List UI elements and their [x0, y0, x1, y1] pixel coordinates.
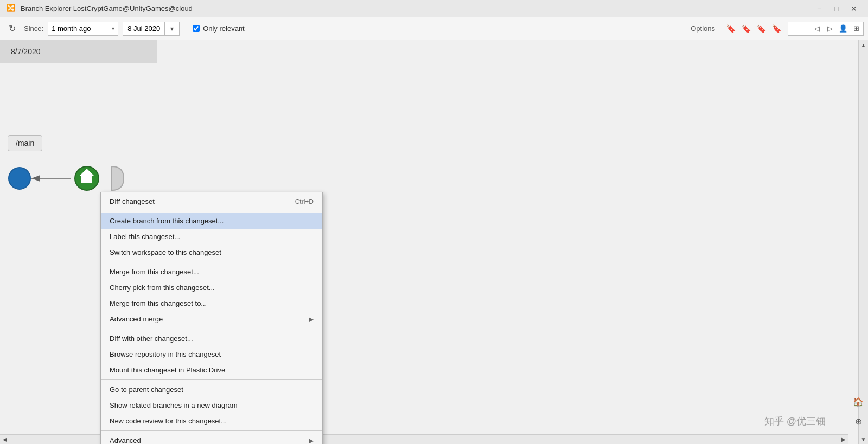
- app-icon: 🔀: [7, 4, 16, 14]
- only-relevant-area: Only relevant: [193, 24, 245, 33]
- menu-item-show-related[interactable]: Show related branches in a new diagram: [101, 397, 322, 413]
- search-next-icon[interactable]: ▷: [824, 23, 836, 35]
- since-label: Since:: [24, 24, 43, 33]
- search-grid-icon[interactable]: ⊞: [850, 23, 862, 35]
- svg-point-4: [75, 166, 99, 190]
- date-section-label: 8/7/2020: [0, 40, 157, 63]
- context-menu: Diff changeset Ctrl+D Create branch from…: [100, 192, 323, 444]
- menu-item-merge-to-label: Merge from this changeset to...: [110, 299, 314, 307]
- bookmark-icon-3[interactable]: 🔖: [754, 22, 768, 36]
- menu-item-browse-repo-label: Browse repository in this changeset: [110, 350, 314, 358]
- menu-item-diff-changeset[interactable]: Diff changeset Ctrl+D: [101, 194, 322, 209]
- title-bar-left: 🔀 Branch Explorer LostCryptGame@UnityGam…: [7, 4, 193, 14]
- menu-item-diff-shortcut: Ctrl+D: [295, 198, 314, 205]
- since-dropdown-arrow: ▾: [112, 25, 114, 31]
- content-area: 8/7/2020 /main: [0, 40, 858, 444]
- menu-item-code-review-label: New code review for this changeset...: [110, 417, 314, 425]
- menu-item-advanced-merge-label: Advanced merge: [110, 315, 309, 323]
- separator-5: [101, 430, 322, 431]
- menu-item-advanced[interactable]: Advanced ▶: [101, 433, 322, 444]
- only-relevant-checkbox[interactable]: [193, 25, 200, 32]
- separator-4: [101, 379, 322, 380]
- search-nav-icons: ◁ ▷ 👤 ⊞: [811, 23, 863, 35]
- date-value: 8 Jul 2020: [123, 22, 165, 35]
- bookmark-icon-1[interactable]: 🔖: [724, 22, 738, 36]
- menu-item-cherry-pick-label: Cherry pick from this changeset...: [110, 284, 314, 292]
- menu-item-advanced-merge-arrow: ▶: [309, 316, 314, 323]
- title-bar: 🔀 Branch Explorer LostCryptGame@UnityGam…: [0, 0, 868, 17]
- close-button[interactable]: ✕: [846, 3, 861, 15]
- menu-item-advanced-merge[interactable]: Advanced merge ▶: [101, 311, 322, 327]
- menu-item-browse-repo[interactable]: Browse repository in this changeset: [101, 346, 322, 362]
- menu-item-create-branch-label: Create branch from this changeset...: [110, 217, 314, 225]
- menu-item-switch-workspace-label: Switch workspace to this changeset: [110, 248, 314, 256]
- menu-item-diff-other[interactable]: Diff with other changeset...: [101, 331, 322, 346]
- date-dropdown[interactable]: 8 Jul 2020 ▾: [123, 22, 180, 36]
- menu-item-code-review[interactable]: New code review for this changeset...: [101, 413, 322, 429]
- scroll-up-arrow[interactable]: ▲: [859, 40, 869, 50]
- scroll-v-track[interactable]: [859, 50, 868, 434]
- branch-label: /main: [8, 135, 42, 151]
- watermark: 知乎 @优三钿: [764, 415, 826, 428]
- since-value: 1 month ago: [52, 24, 110, 33]
- search-prev-icon[interactable]: ◁: [811, 23, 823, 35]
- toolbar: ↻ Since: 1 month ago ▾ 8 Jul 2020 ▾ Only…: [0, 17, 868, 40]
- maximize-button[interactable]: □: [829, 3, 844, 15]
- menu-item-cherry-pick[interactable]: Cherry pick from this changeset...: [101, 280, 322, 295]
- separator-3: [101, 329, 322, 329]
- menu-item-diff-label: Diff changeset: [110, 197, 295, 205]
- menu-item-mount-plastic[interactable]: Mount this changeset in Plastic Drive: [101, 362, 322, 378]
- menu-item-label-changeset-label: Label this changeset...: [110, 233, 314, 241]
- refresh-button[interactable]: ↻: [4, 21, 20, 36]
- main-area: 8/7/2020 /main: [0, 40, 868, 444]
- calendar-icon[interactable]: ▾: [165, 22, 179, 35]
- separator-2: [101, 262, 322, 262]
- bookmark-icon-4[interactable]: 🔖: [769, 22, 783, 36]
- vertical-scrollbar: ▲ ▼ 🏠 ⊕: [858, 40, 868, 444]
- separator-1: [101, 211, 322, 211]
- menu-item-advanced-label: Advanced: [110, 436, 309, 444]
- only-relevant-label: Only relevant: [203, 24, 245, 33]
- minimize-button[interactable]: −: [812, 3, 827, 15]
- menu-item-mount-plastic-label: Mount this changeset in Plastic Drive: [110, 366, 314, 374]
- since-dropdown[interactable]: 1 month ago ▾: [48, 22, 118, 36]
- menu-item-switch-workspace[interactable]: Switch workspace to this changeset: [101, 244, 322, 260]
- window-title: Branch Explorer LostCryptGame@UnityGames…: [21, 4, 193, 12]
- scroll-right-arrow[interactable]: ▶: [839, 435, 848, 445]
- svg-point-3: [9, 168, 30, 189]
- menu-item-go-to-parent[interactable]: Go to parent changeset: [101, 382, 322, 397]
- search-user-icon[interactable]: 👤: [837, 23, 849, 35]
- menu-item-diff-other-label: Diff with other changeset...: [110, 334, 314, 343]
- scroll-down-arrow[interactable]: ▼: [859, 434, 869, 444]
- menu-item-label-changeset[interactable]: Label this changeset...: [101, 229, 322, 244]
- window-controls: − □ ✕: [812, 3, 861, 15]
- search-box[interactable]: ◁ ▷ 👤 ⊞: [788, 22, 864, 36]
- home-panel-icon[interactable]: 🏠: [848, 392, 868, 411]
- menu-item-advanced-arrow: ▶: [309, 437, 314, 445]
- menu-item-merge-from-label: Merge from this changeset...: [110, 268, 314, 276]
- menu-item-create-branch[interactable]: Create branch from this changeset...: [101, 213, 322, 229]
- bookmark-icons: 🔖 🔖 🔖 🔖: [724, 22, 783, 36]
- svg-marker-5: [79, 169, 94, 183]
- plus-panel-icon[interactable]: ⊕: [848, 411, 868, 431]
- search-input[interactable]: [788, 24, 811, 33]
- branch-graph-svg: [4, 163, 129, 196]
- scroll-left-arrow[interactable]: ◀: [0, 435, 10, 445]
- options-button[interactable]: Options: [686, 23, 719, 34]
- menu-item-go-to-parent-label: Go to parent changeset: [110, 385, 314, 394]
- menu-item-merge-to[interactable]: Merge from this changeset to...: [101, 295, 322, 311]
- menu-item-show-related-label: Show related branches in a new diagram: [110, 401, 314, 409]
- menu-item-merge-from[interactable]: Merge from this changeset...: [101, 264, 322, 280]
- bookmark-icon-2[interactable]: 🔖: [739, 22, 753, 36]
